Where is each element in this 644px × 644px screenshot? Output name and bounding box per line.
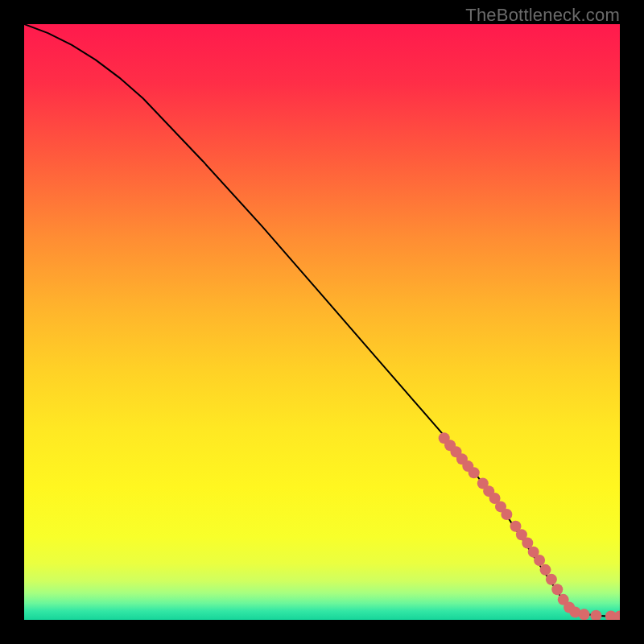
- marker-dot: [546, 574, 557, 585]
- marker-dot: [469, 467, 480, 478]
- marker-dot: [614, 611, 620, 620]
- plot-area: [24, 24, 620, 620]
- marker-dot: [551, 584, 563, 595]
- curve-line: [24, 24, 620, 617]
- watermark-text: TheBottleneck.com: [465, 5, 620, 26]
- marker-dot: [540, 564, 551, 576]
- marker-dot: [579, 609, 590, 620]
- curve-markers: [439, 432, 620, 620]
- chart-svg: [24, 24, 620, 620]
- marker-dot: [534, 555, 545, 566]
- marker-dot: [501, 509, 512, 520]
- marker-dot: [590, 610, 601, 620]
- chart-stage: TheBottleneck.com: [0, 0, 644, 644]
